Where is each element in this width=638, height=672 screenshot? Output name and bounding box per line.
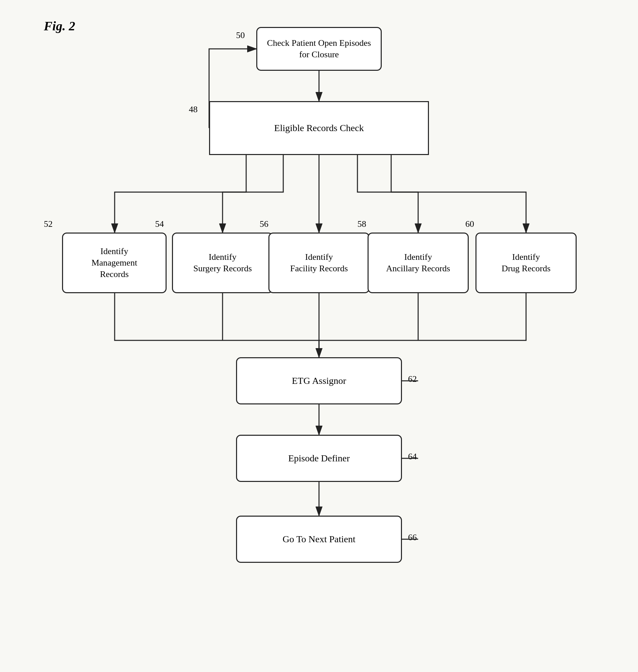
- label-50: 50: [236, 30, 245, 40]
- label-54: 54: [155, 219, 164, 229]
- page: Fig. 2: [0, 0, 638, 672]
- label-56: 56: [259, 219, 268, 229]
- label-64: 64: [408, 452, 417, 462]
- label-52: 52: [44, 219, 53, 229]
- identify-facility-box: Identify Facility Records: [268, 232, 370, 293]
- label-62: 62: [408, 374, 417, 384]
- eligible-records-box: Eligible Records Check: [209, 101, 429, 155]
- go-next-patient-box: Go To Next Patient: [236, 516, 402, 563]
- check-patient-box: Check Patient Open Episodes for Closure: [256, 27, 382, 71]
- label-48: 48: [189, 104, 198, 115]
- fig-label: Fig. 2: [44, 19, 75, 33]
- label-58: 58: [357, 219, 366, 229]
- label-66: 66: [408, 533, 417, 542]
- identify-ancillary-box: Identify Ancillary Records: [368, 232, 469, 293]
- identify-management-box: Identify Management Records: [62, 232, 167, 293]
- episode-definer-box: Episode Definer: [236, 435, 402, 482]
- label-60: 60: [465, 219, 474, 229]
- identify-surgery-box: Identify Surgery Records: [172, 232, 273, 293]
- etg-assignor-box: ETG Assignor: [236, 357, 402, 404]
- identify-drug-box: Identify Drug Records: [475, 232, 577, 293]
